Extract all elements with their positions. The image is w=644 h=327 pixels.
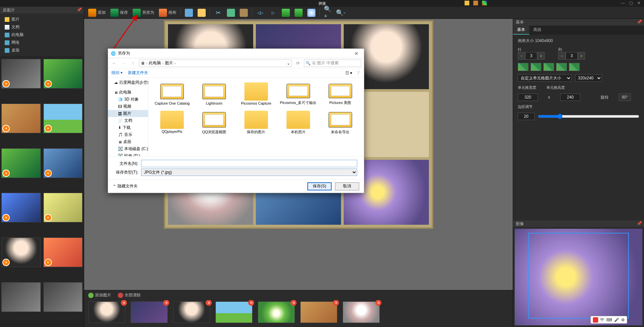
crumb[interactable]: 图片 <box>165 60 173 66</box>
cell-height-input[interactable] <box>560 94 580 101</box>
thumb-item[interactable]: + <box>1 148 41 178</box>
add-badge-icon[interactable]: + <box>44 259 52 266</box>
add-badge-icon[interactable]: + <box>44 214 52 221</box>
ime-bar[interactable]: 中 ⌨ 🎤 ⚙ <box>590 316 627 324</box>
flip-v-button[interactable]: ▷ <box>267 8 279 17</box>
minus-button[interactable]: − <box>518 52 525 60</box>
minimize-button[interactable]: — <box>620 1 626 5</box>
ime-settings-icon[interactable]: ⚙ <box>621 318 625 322</box>
dialog-titlebar[interactable]: 🌐 另存为 ✕ <box>108 49 364 58</box>
add-image-button[interactable]: 添加图片 <box>88 292 111 298</box>
preset-item[interactable] <box>531 63 541 71</box>
cut-button[interactable]: ✂ <box>212 8 224 17</box>
ime-lang[interactable]: 中 <box>600 317 604 323</box>
zoom-out-button[interactable]: 🔍- <box>335 8 347 17</box>
note-icon[interactable] <box>465 1 469 5</box>
remove-icon[interactable]: ✕ <box>291 300 297 306</box>
flip-h-button[interactable]: ◁▷ <box>254 8 266 17</box>
margin-input[interactable] <box>518 113 535 120</box>
rotate-button[interactable]: 90° <box>619 94 631 101</box>
add-badge-icon[interactable]: + <box>2 125 10 132</box>
adjust-button[interactable] <box>305 8 317 17</box>
preset-item[interactable] <box>569 63 580 71</box>
hide-folders-toggle[interactable]: ⌃ 隐藏文件夹 <box>113 183 138 189</box>
pin-icon[interactable]: 📌 <box>637 221 642 226</box>
rotate-right-button[interactable] <box>293 8 305 17</box>
pin-icon[interactable]: 📌 <box>77 7 82 12</box>
folder-item[interactable]: 未命名导出 <box>320 109 361 136</box>
ime-mic-icon[interactable]: 🎤 <box>614 318 619 322</box>
plus-button[interactable]: + <box>537 52 545 60</box>
tree-item-pictures[interactable]: 图片 <box>3 15 80 23</box>
side-item-diskc[interactable]: 💽 本地磁盘 (C:) <box>108 145 148 152</box>
paste-button[interactable] <box>238 8 250 17</box>
canvas-button[interactable]: 画布 <box>157 8 178 17</box>
breadcrumb[interactable]: 🖥 › 此电脑 › 图片 › ⌄ <box>139 60 292 67</box>
add-badge-icon[interactable]: + <box>44 170 52 177</box>
thumb-item[interactable]: + <box>1 59 41 88</box>
side-item-thispc[interactable]: 🖥 此电脑 <box>108 89 148 96</box>
nav-forward-button[interactable]: → <box>120 60 127 67</box>
side-item-downloads[interactable]: ⬇ 下载 <box>108 124 148 131</box>
filetype-select[interactable]: JPG文件 (*.jpg) <box>141 169 357 176</box>
crop-frame[interactable] <box>528 233 629 319</box>
filename-input[interactable] <box>141 160 357 167</box>
folder-item[interactable]: 保存的图片 <box>236 109 277 136</box>
folder-item[interactable]: Pictures 美图 <box>320 81 361 107</box>
pencil-icon[interactable] <box>473 1 478 5</box>
dialog-close-button[interactable]: ✕ <box>352 51 361 56</box>
folder-item[interactable]: Lightroom <box>194 81 235 107</box>
view-mode-button[interactable]: ☷ ▾ <box>345 71 352 75</box>
ime-keyboard-icon[interactable]: ⌨ <box>606 318 612 322</box>
side-item-3d[interactable]: 🧊 3D 对象 <box>108 96 148 103</box>
thumb-item[interactable]: + <box>43 238 83 267</box>
save-button[interactable]: 保存 <box>108 8 130 17</box>
tray-item[interactable]: ✕ <box>88 301 125 323</box>
side-item-music[interactable]: 🎵 音乐 <box>108 131 148 138</box>
color-grid-icon[interactable] <box>482 1 487 5</box>
image-preview[interactable] <box>514 228 643 326</box>
mail-button[interactable] <box>196 8 208 17</box>
add-badge-icon[interactable]: + <box>44 80 52 87</box>
tray-item[interactable]: ✕ <box>215 301 252 323</box>
thumb-item[interactable] <box>1 282 41 312</box>
refresh-button[interactable]: ⟳ <box>295 60 301 67</box>
thumb-item[interactable]: + <box>43 104 83 133</box>
tree-item-documents[interactable]: 文档 <box>3 23 80 31</box>
dialog-cancel-button[interactable]: 取消 <box>335 182 359 190</box>
add-button[interactable]: 添加 <box>86 8 108 17</box>
new-folder-button[interactable]: 新建文件夹 <box>128 70 148 76</box>
folder-item[interactable]: QQ浏览器截图 <box>194 109 235 136</box>
tree-item-desktop[interactable]: 桌面 <box>3 46 80 54</box>
clear-all-button[interactable]: 全部清除 <box>118 292 141 298</box>
folder-item[interactable]: 本机照片 <box>278 109 318 136</box>
add-badge-icon[interactable]: + <box>2 259 10 266</box>
side-item-pictures[interactable]: 🖼 图片 <box>108 110 148 117</box>
thumb-item[interactable]: + <box>43 148 83 178</box>
thumb-item[interactable]: + <box>1 104 41 133</box>
side-item-desktop[interactable]: 🖥 桌面 <box>108 138 148 145</box>
tray-item[interactable]: ✕ <box>258 301 295 323</box>
folder-item[interactable]: Capture One Catalog <box>152 81 193 107</box>
margin-slider[interactable] <box>538 114 639 119</box>
thumb-item[interactable]: + <box>1 193 41 222</box>
remove-icon[interactable]: ✕ <box>248 300 254 306</box>
minus-button[interactable]: − <box>558 52 566 60</box>
print-button[interactable] <box>183 8 195 17</box>
saveas-button[interactable]: 另存为 <box>131 8 156 17</box>
help-button[interactable]: ❔ <box>355 71 361 75</box>
side-item-diskd[interactable]: 💽 软件 (D:) <box>108 152 148 156</box>
thumb-item[interactable] <box>43 282 83 312</box>
cell-size-mode-select[interactable]: 自定义单元格图片大小 <box>518 74 572 82</box>
tab-basic[interactable]: 基本 <box>513 26 529 35</box>
thumb-item[interactable]: + <box>43 59 83 88</box>
side-item-baidu[interactable]: ☁ 百度网盘同步空间 <box>108 79 148 86</box>
add-badge-icon[interactable]: + <box>2 80 10 87</box>
dialog-save-button[interactable]: 保存(S) <box>307 182 332 190</box>
tray-item[interactable]: ✕ <box>131 301 168 323</box>
folder-item[interactable]: Picosmos Capture <box>236 81 277 107</box>
maximize-button[interactable]: ▢ <box>628 1 634 5</box>
tray-item[interactable]: ✕ <box>300 301 337 323</box>
cols-input[interactable] <box>566 52 578 60</box>
rows-input[interactable] <box>525 52 537 60</box>
